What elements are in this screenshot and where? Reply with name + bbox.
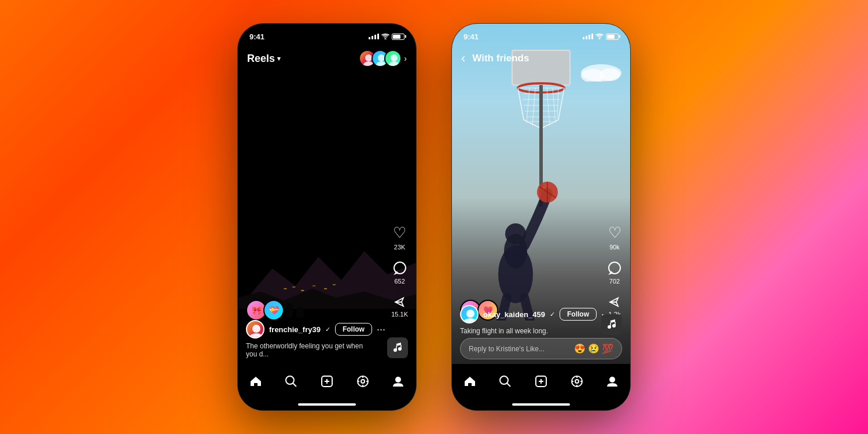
caption-1: The otherworldly feeling you get when yo… [246,342,373,358]
like-button-2[interactable]: ♡ 90k [608,224,621,251]
comment-count-2: 702 [609,278,620,285]
phone1-header: Reels ▾ › [238,45,416,72]
phone-1: 9:41 Reels ▾ [237,23,417,411]
username-1: frenchie_fry39 [269,325,321,334]
comment-count-1: 652 [394,278,404,285]
comment-placeholder: Reply to Kristine's Like... [469,345,545,353]
svg-point-31 [361,380,365,383]
comment-bar[interactable]: Reply to Kristine's Like... 😍 😢 💯 [452,333,630,364]
share-button-1[interactable]: 15.1K [391,295,408,318]
home-bar-2 [512,403,570,406]
svg-point-68 [500,376,508,384]
nav-add-2[interactable] [528,369,554,394]
like-button-1[interactable]: ♡ 23K [393,224,406,251]
emoji-cry[interactable]: 😢 [588,343,599,354]
svg-point-36 [395,377,401,382]
back-arrow[interactable]: ‹ [461,51,465,66]
nav-add-1[interactable] [314,369,340,394]
emoji-heart-eyes[interactable]: 😍 [574,343,586,354]
nav-search-2[interactable] [492,369,518,394]
follow-button-1[interactable]: Follow [335,323,372,336]
svg-line-26 [293,383,296,387]
svg-line-51 [557,88,558,119]
share-icon-2 [608,295,621,309]
comment-icon-1 [392,261,407,276]
share-icon-1 [393,295,407,309]
comment-button-2[interactable]: 702 [607,261,622,285]
home-bar-1 [298,403,356,406]
user-avatar-2 [460,305,479,323]
comment-button-1[interactable]: 652 [392,261,407,285]
wifi-icon-1 [381,34,389,39]
wifi-icon-2 [595,34,604,39]
music-icon-2 [601,314,622,335]
nav-reels-1[interactable] [350,369,376,394]
heart-icon-2: ♡ [608,224,621,242]
battery-icon-2 [606,34,619,40]
dropdown-chevron: ▾ [277,55,281,62]
stories-row[interactable]: › [359,50,407,67]
svg-point-62 [466,310,475,318]
signal-icon-2 [583,34,593,39]
verified-badge-2: ✓ [550,311,555,318]
reaction-bubbles-1: 🎀 💝 [246,300,284,321]
music-icon-1 [387,337,408,358]
bottom-info-1: frenchie_fry39 ✓ Follow ··· The otherwor… [238,320,381,358]
time-2: 9:41 [464,32,479,41]
reels-title[interactable]: Reels ▾ [247,53,281,65]
nav-profile-2[interactable] [599,369,625,394]
more-options-1[interactable]: ··· [377,323,385,336]
battery-icon-1 [392,34,404,40]
signal-icon-1 [369,34,379,39]
svg-point-63 [464,318,477,323]
heart-icon-1: ♡ [393,224,406,242]
svg-point-79 [609,377,615,382]
bottom-info-2: okay_kaiden_459 ✓ Follow ··· Taking flig… [452,305,595,335]
time-1: 9:41 [249,32,264,41]
status-bar-2: 9:41 [452,24,630,45]
svg-point-15 [391,54,398,61]
friends-title: With friends [472,53,529,64]
comment-input-area[interactable]: Reply to Kristine's Like... 😍 😢 💯 [460,338,622,359]
story-bubble-3[interactable] [384,50,402,67]
status-icons-2 [583,34,619,40]
like-count-1: 23K [394,244,406,251]
nav-home-2[interactable] [457,369,483,394]
friends-header: ‹ With friends [452,45,630,72]
status-bar-1: 9:41 [238,24,416,45]
reels-label: Reels [247,53,275,65]
svg-point-16 [389,61,399,67]
action-buttons-2: ♡ 90k 702 1.2k [607,224,622,318]
comment-emojis: 😍 😢 💯 [574,343,613,354]
svg-point-74 [575,380,579,383]
svg-point-19 [252,325,260,333]
verified-badge-1: ✓ [325,326,330,333]
nav-home-1[interactable] [243,369,269,394]
user-avatar-1 [246,320,264,339]
user-row-2: okay_kaiden_459 ✓ Follow ··· [460,305,587,323]
emoji-100[interactable]: 💯 [602,343,613,354]
user-row-1: frenchie_fry39 ✓ Follow ··· [246,320,373,339]
comment-icon-2 [607,261,622,276]
stories-chevron: › [404,54,407,63]
share-count-1: 15.1K [391,311,408,318]
svg-point-9 [286,303,293,318]
svg-point-20 [249,333,263,339]
svg-point-25 [286,376,294,384]
status-icons-1 [369,34,404,40]
nav-profile-1[interactable] [385,369,411,394]
like-count-2: 90k [609,244,620,251]
username-2: okay_kaiden_459 [483,310,545,319]
action-buttons-1: ♡ 23K 652 15.1K [391,224,408,318]
follow-button-2[interactable]: Follow [560,308,597,321]
svg-point-10 [296,307,304,318]
svg-line-69 [507,383,510,387]
phone-2: 9:41 ‹ With friends ♡ 90k [451,23,631,411]
nav-reels-2[interactable] [564,369,590,394]
nav-search-1[interactable] [278,369,304,394]
